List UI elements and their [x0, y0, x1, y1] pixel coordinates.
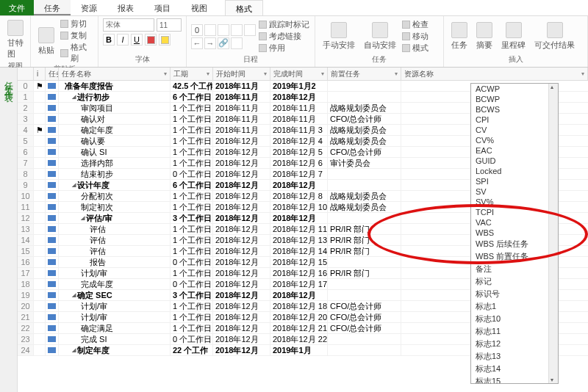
- row-number[interactable]: 10: [18, 191, 34, 201]
- col-name[interactable]: 任务名称: [59, 68, 171, 80]
- row-task-name[interactable]: 报告: [59, 257, 171, 267]
- underline-button[interactable]: U: [131, 34, 143, 46]
- row-start[interactable]: 2018年12月: [213, 268, 270, 278]
- row-predecessor[interactable]: 战略规划委员会: [328, 103, 401, 113]
- row-finish[interactable]: 2018年12月: [270, 213, 328, 223]
- row-duration[interactable]: 1 个工作日: [171, 103, 213, 113]
- font-face-select[interactable]: 宋体: [103, 18, 154, 32]
- row-predecessor[interactable]: [328, 213, 401, 223]
- row-predecessor[interactable]: [328, 290, 401, 300]
- row-start[interactable]: 2018年12月: [213, 180, 270, 190]
- field-option[interactable]: BCWS: [471, 104, 558, 115]
- row-start[interactable]: 2018年12月: [213, 279, 270, 289]
- row-number[interactable]: 12: [18, 213, 34, 223]
- row-start[interactable]: 2018年11月: [213, 81, 270, 91]
- row-finish[interactable]: 2018年12月 11: [270, 224, 328, 234]
- inspect-button[interactable]: 检查: [402, 19, 429, 30]
- row-task-name[interactable]: 设计年度: [59, 180, 171, 190]
- row-predecessor[interactable]: PR/IR 部门: [328, 224, 401, 234]
- col-mode[interactable]: 任务: [46, 68, 59, 80]
- row-finish[interactable]: 2018年12月: [270, 180, 328, 190]
- row-duration[interactable]: 22 个工作: [171, 345, 213, 355]
- field-option[interactable]: SV%: [471, 197, 558, 207]
- field-option[interactable]: 备注: [471, 263, 558, 275]
- field-option[interactable]: ACWP: [471, 84, 558, 94]
- menu-tab-view[interactable]: 视图: [181, 0, 218, 15]
- row-duration[interactable]: 0 个工作日: [171, 334, 213, 344]
- row-task-name[interactable]: 确定满足: [59, 323, 171, 333]
- field-option[interactable]: VAC: [471, 217, 558, 228]
- row-task-name[interactable]: 计划/审: [59, 301, 171, 311]
- row-duration[interactable]: 42.5 个工作: [171, 81, 213, 91]
- row-start[interactable]: 2018年11月: [213, 125, 270, 135]
- font-color-button[interactable]: [145, 34, 157, 46]
- row-start[interactable]: 2018年12月: [213, 158, 270, 168]
- row-task-name[interactable]: 准备年度报告: [59, 81, 171, 91]
- row-finish[interactable]: 2018年11月: [270, 114, 328, 124]
- field-option[interactable]: 标志11: [471, 325, 558, 338]
- pct-75[interactable]: [231, 24, 243, 36]
- row-start[interactable]: 2018年12月: [213, 290, 270, 300]
- row-task-name[interactable]: 计划/审: [59, 268, 171, 278]
- row-number[interactable]: 8: [18, 169, 34, 179]
- row-number[interactable]: 13: [18, 224, 34, 234]
- row-number[interactable]: 24: [18, 345, 34, 355]
- bold-button[interactable]: B: [103, 34, 115, 46]
- row-duration[interactable]: 1 个工作日: [171, 235, 213, 245]
- row-finish[interactable]: 2018年12月 21: [270, 323, 328, 333]
- row-duration[interactable]: 0 个工作日: [171, 169, 213, 179]
- track-button[interactable]: 跟踪时标记: [259, 19, 309, 30]
- row-duration[interactable]: 6 个工作日: [171, 180, 213, 190]
- row-predecessor[interactable]: CFO/总会计师: [328, 312, 401, 322]
- mode-button[interactable]: 模式: [402, 43, 429, 54]
- field-option[interactable]: WBS 后续任务: [471, 238, 558, 250]
- menu-tab-project[interactable]: 项目: [144, 0, 181, 15]
- row-duration[interactable]: 3 个工作日: [171, 290, 213, 300]
- row-start[interactable]: 2018年12月: [213, 323, 270, 333]
- row-start[interactable]: 2018年12月: [213, 257, 270, 267]
- field-option[interactable]: TCPI: [471, 207, 558, 217]
- row-predecessor[interactable]: CFO/总会计师: [328, 114, 401, 124]
- deliverable-button[interactable]: 可交付结果: [531, 21, 578, 52]
- pct-25[interactable]: [204, 24, 216, 36]
- row-number[interactable]: 0: [18, 81, 34, 91]
- row-task-name[interactable]: 制定年度: [59, 345, 171, 355]
- row-finish[interactable]: 2018年12月 16: [270, 268, 328, 278]
- row-duration[interactable]: 1 个工作日: [171, 191, 213, 201]
- row-task-name[interactable]: 评估: [59, 246, 171, 256]
- row-finish[interactable]: 2018年12月 5: [270, 147, 328, 157]
- row-finish[interactable]: 2018年12月 18: [270, 301, 328, 311]
- field-option[interactable]: CV%: [471, 135, 558, 145]
- row-task-name[interactable]: 确定 SEC: [59, 290, 171, 300]
- field-option[interactable]: 标记: [471, 275, 558, 288]
- row-predecessor[interactable]: CFO/总会计师: [328, 323, 401, 333]
- row-finish[interactable]: 2018年12月 10: [270, 202, 328, 212]
- col-info[interactable]: i: [34, 68, 46, 80]
- row-predecessor[interactable]: [328, 180, 401, 190]
- field-option[interactable]: BCWP: [471, 94, 558, 104]
- row-finish[interactable]: 2018年12月: [270, 290, 328, 300]
- row-task-name[interactable]: 选择内部: [59, 158, 171, 168]
- row-predecessor[interactable]: 战略规划委员会: [328, 136, 401, 146]
- row-finish[interactable]: 2018年12月 7: [270, 169, 328, 179]
- field-option[interactable]: WBS: [471, 228, 558, 238]
- menu-file[interactable]: 文件: [0, 0, 34, 15]
- col-start[interactable]: 开始时间: [213, 68, 270, 80]
- outdent-button[interactable]: ←: [191, 37, 203, 49]
- row-number[interactable]: 16: [18, 257, 34, 267]
- row-start[interactable]: 2018年12月: [213, 191, 270, 201]
- row-duration[interactable]: 1 个工作日: [171, 268, 213, 278]
- field-option[interactable]: EAC: [471, 145, 558, 156]
- row-predecessor[interactable]: CFO/总会计师: [328, 147, 401, 157]
- respect-button[interactable]: 考虑链接: [259, 31, 309, 42]
- side-tab-task-sheet[interactable]: 任务工作表: [0, 68, 18, 392]
- row-number[interactable]: 21: [18, 312, 34, 322]
- link-button[interactable]: 🔗: [218, 37, 229, 49]
- row-start[interactable]: 2018年12月: [213, 213, 270, 223]
- row-task-name[interactable]: 评估: [59, 235, 171, 245]
- row-predecessor[interactable]: 战略规划委员会: [328, 191, 401, 201]
- row-task-name[interactable]: 完成 SI: [59, 334, 171, 344]
- row-task-name[interactable]: 评估/审: [59, 213, 171, 223]
- row-start[interactable]: 2018年12月: [213, 334, 270, 344]
- row-finish[interactable]: 2018年12月 15: [270, 257, 328, 267]
